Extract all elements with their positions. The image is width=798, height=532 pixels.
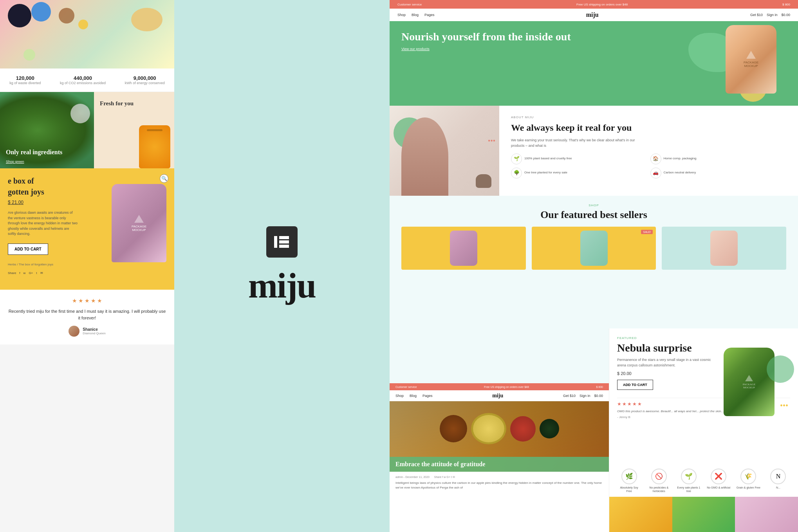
nav-get-10[interactable]: Get $10 (750, 13, 763, 17)
featured-bag-label: PACKAGEMOCKUP (743, 375, 755, 389)
food-deco-2 (23, 49, 35, 61)
email-icon[interactable]: ✉ (40, 271, 43, 275)
bag-label: PACKAGEMOCKUP (132, 215, 146, 232)
food-deco-3 (78, 20, 88, 29)
sellers-label: SHOP (401, 204, 786, 207)
featured-star-4: ★ (632, 401, 637, 407)
other-label: N... (766, 486, 790, 489)
add-to-cart-button[interactable]: ADD TO CART (8, 243, 48, 255)
nav-price: $ 800 (782, 3, 790, 6)
svg-rect-0 (274, 236, 277, 248)
stat-co2: 440,000 kg of CO2 emissions avoided (60, 75, 106, 85)
nav-customer-service: Customer service (397, 3, 422, 6)
dot-decoration-right: ••• (488, 137, 495, 145)
bottom-image-2 (672, 497, 735, 532)
magnify-icon[interactable]: 🔍 (160, 174, 168, 183)
hero-bag-text: PACKAGEMOCKUP (744, 61, 758, 68)
reviewer-avatar (69, 326, 79, 337)
elementor-icon (266, 226, 298, 258)
reviewer-details: Shanice Diamond Queen (83, 327, 105, 335)
food-image-overlay (390, 401, 609, 456)
feature-delivery: 🚗 Carbon neutral delivery (650, 168, 787, 179)
sellers-section: SHOP Our featured best sellers SALE! (390, 196, 798, 278)
nav-logo[interactable]: miju (586, 11, 599, 18)
delivery-icon: 🚗 (650, 168, 661, 179)
tree-text: One tree planted for every sale (524, 171, 567, 175)
star-3: ★ (85, 298, 90, 304)
nav-sign-in[interactable]: Sign in (767, 13, 778, 17)
nav-pages[interactable]: Pages (424, 13, 435, 17)
blog-cart[interactable]: $0.00 (594, 394, 603, 398)
stat-waste-number: 120,000 (9, 75, 41, 81)
star-4: ★ (91, 298, 96, 304)
nav-blog[interactable]: Blog (412, 13, 419, 17)
about-image: ••• (390, 106, 499, 196)
review-section: ★ ★ ★ ★ ★ Recently tried miju for the fi… (0, 290, 174, 344)
blog-nav-pages[interactable]: Pages (422, 394, 433, 398)
nav-cart[interactable]: $0.00 (781, 13, 790, 17)
product-card-1[interactable] (401, 227, 526, 270)
twitter-icon[interactable]: t (36, 271, 37, 275)
blog-nav-right: Get $10 Sign in $0.00 (563, 394, 603, 398)
packaging-icon: 🏠 (650, 153, 661, 164)
left-panel: 120,000 kg of waste diverted 440,000 kg … (0, 0, 174, 532)
product-card-3[interactable] (662, 227, 786, 270)
stat-co2-label: kg of CO2 emissions avoided (60, 81, 106, 85)
featured-star-1: ★ (617, 401, 621, 407)
featured-text: Nebula surprise Permanence of the stars … (617, 342, 715, 395)
product-card-2[interactable]: SALE! (532, 227, 656, 270)
featured-price: $ 20.00 (617, 371, 715, 376)
featured-title: Nebula surprise (617, 342, 715, 354)
stat-waste-label: kg of waste diverted (9, 81, 41, 85)
reviewer-info: Shanice Diamond Queen (8, 326, 166, 337)
hero-product-bag: PACKAGEMOCKUP (720, 25, 782, 103)
featured-label: FEATURED (617, 336, 790, 340)
other-icon: N (770, 469, 786, 484)
nav-shipping-info: Free US shipping on orders over $48 (576, 3, 628, 6)
blog-sign-in[interactable]: Sign in (580, 394, 590, 398)
social-share-row: Share f w G+ t ✉ (0, 269, 174, 277)
food-bowl-yellow (471, 413, 506, 444)
googleplus-icon[interactable]: G+ (29, 271, 33, 275)
about-heading: We always keep it real for you (511, 122, 786, 133)
about-description: We take earning your trust seriously. Th… (511, 137, 648, 149)
reviewer-title: Diamond Queen (83, 332, 105, 335)
featured-star-5: ★ (637, 401, 642, 407)
star-2: ★ (78, 298, 83, 304)
stat-waste: 120,000 kg of waste diverted (9, 75, 41, 85)
blog-nav-logo[interactable]: miju (492, 393, 503, 399)
left-middle-panels: Only real ingredients Shop green Fresh f… (0, 92, 174, 168)
center-brand-logo: miju (248, 265, 316, 306)
no-pesticides-icon: 🚫 (651, 469, 667, 484)
blog-get-10[interactable]: Get $10 (563, 394, 576, 398)
food-blue-circle (31, 2, 51, 22)
nav-right-items: Get $10 Sign in $0.00 (750, 13, 790, 17)
soy-free-icon: 🌿 (621, 469, 637, 484)
product-card-2-image (580, 231, 608, 266)
hero-bag-image: PACKAGEMOCKUP (726, 25, 776, 94)
nav-shop[interactable]: Shop (397, 13, 406, 17)
featured-star-2: ★ (622, 401, 626, 407)
featured-bag: PACKAGEMOCKUP (724, 348, 775, 416)
blog-nav-blog[interactable]: Blog (410, 394, 417, 398)
bottom-images-strip (609, 497, 798, 532)
blog-nav-shop[interactable]: Shop (395, 394, 404, 398)
nav-links: Shop Blog Pages (397, 13, 435, 17)
cream-panel: Fresh for you (94, 92, 174, 168)
facebook-icon[interactable]: f (19, 271, 20, 275)
product-section: 🔍 e box of gotten joys $ 21.00 Are glori… (0, 168, 174, 290)
right-detail-panel: FEATURED Nebula surprise Permanence of t… (609, 328, 798, 532)
svg-rect-3 (279, 245, 289, 248)
plant-based-icon: 🌱 (511, 153, 522, 164)
whatsapp-icon[interactable]: w (23, 271, 26, 275)
blog-main-nav: Shop Blog Pages miju Get $10 Sign in $0.… (390, 390, 609, 401)
hero-content: Nourish yourself from the inside out Vie… (390, 21, 798, 106)
bottom-image-1 (609, 497, 672, 532)
featured-add-to-cart-button[interactable]: ADD TO CART (617, 380, 653, 390)
no-gmo-icon: ❌ (711, 469, 726, 484)
review-text: Recently tried miju for the first time a… (8, 308, 166, 321)
shop-green-link[interactable]: Shop green (6, 160, 24, 164)
product-card-1-image (450, 231, 477, 266)
blog-nav-links: Shop Blog Pages (395, 394, 433, 398)
right-panel: Customer service Free US shipping on ord… (390, 0, 798, 532)
